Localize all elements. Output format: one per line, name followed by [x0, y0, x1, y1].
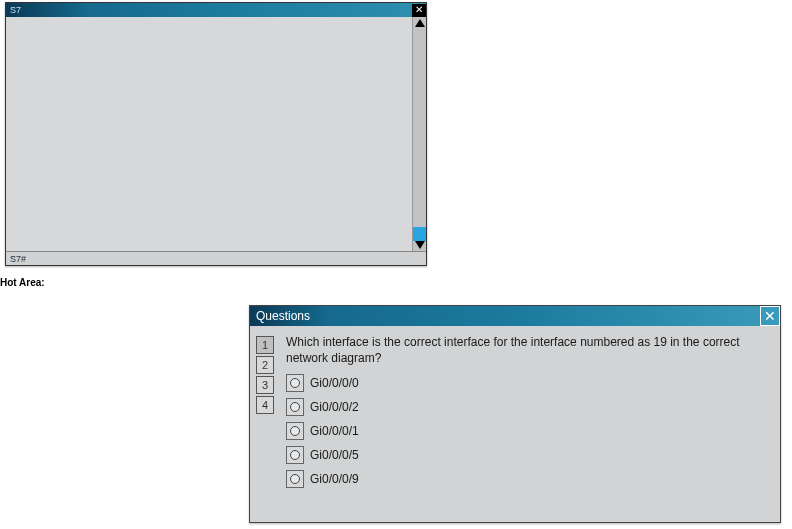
- question-content: Which interface is the correct interface…: [280, 334, 770, 514]
- option-label: Gi0/0/0/1: [310, 423, 359, 439]
- scroll-up-arrow-icon[interactable]: [415, 19, 425, 27]
- option-label: Gi0/0/0/5: [310, 447, 359, 463]
- option-label: Gi0/0/0/9: [310, 471, 359, 487]
- questions-window: Questions ✕ 1 2 3 4 Which interface is t…: [249, 305, 781, 523]
- terminal-statusbar: S7#: [6, 251, 426, 265]
- terminal-close-button[interactable]: ✕: [412, 4, 426, 17]
- option-radio-2[interactable]: [286, 422, 304, 440]
- question-nav-4[interactable]: 4: [256, 396, 274, 414]
- questions-body: 1 2 3 4 Which interface is the correct i…: [250, 326, 780, 522]
- option-row: Gi0/0/0/9: [286, 470, 770, 488]
- terminal-titlebar: S7 ✕: [6, 3, 426, 17]
- option-row: Gi0/0/0/1: [286, 422, 770, 440]
- questions-title: Questions: [256, 306, 310, 326]
- terminal-body: [6, 17, 426, 251]
- radio-icon: [290, 426, 300, 436]
- terminal-scrollbar: [412, 17, 426, 251]
- question-options: Gi0/0/0/0 Gi0/0/0/2 Gi0/0/0/1 Gi0/0/0/5 …: [280, 374, 770, 488]
- scroll-down-arrow-icon[interactable]: [415, 241, 425, 249]
- close-icon: ✕: [764, 306, 776, 326]
- question-nav: 1 2 3 4: [256, 334, 274, 514]
- questions-titlebar: Questions ✕: [250, 306, 780, 326]
- question-nav-2[interactable]: 2: [256, 356, 274, 374]
- question-text: Which interface is the correct interface…: [280, 334, 770, 366]
- radio-icon: [290, 450, 300, 460]
- scroll-track[interactable]: [413, 27, 426, 241]
- questions-close-button[interactable]: ✕: [760, 306, 780, 326]
- question-nav-1[interactable]: 1: [256, 336, 274, 354]
- option-radio-0[interactable]: [286, 374, 304, 392]
- terminal-content[interactable]: [6, 17, 412, 251]
- close-icon: ✕: [415, 3, 423, 17]
- scroll-thumb[interactable]: [413, 227, 426, 241]
- hot-area-label: Hot Area:: [0, 277, 45, 288]
- option-row: Gi0/0/0/5: [286, 446, 770, 464]
- option-row: Gi0/0/0/0: [286, 374, 770, 392]
- radio-icon: [290, 402, 300, 412]
- option-radio-4[interactable]: [286, 470, 304, 488]
- option-label: Gi0/0/0/2: [310, 399, 359, 415]
- terminal-title: S7: [10, 3, 21, 17]
- option-radio-3[interactable]: [286, 446, 304, 464]
- option-row: Gi0/0/0/2: [286, 398, 770, 416]
- radio-icon: [290, 474, 300, 484]
- terminal-window: S7 ✕ S7#: [5, 2, 427, 266]
- option-label: Gi0/0/0/0: [310, 375, 359, 391]
- terminal-prompt: S7#: [10, 254, 26, 264]
- radio-icon: [290, 378, 300, 388]
- option-radio-1[interactable]: [286, 398, 304, 416]
- question-nav-3[interactable]: 3: [256, 376, 274, 394]
